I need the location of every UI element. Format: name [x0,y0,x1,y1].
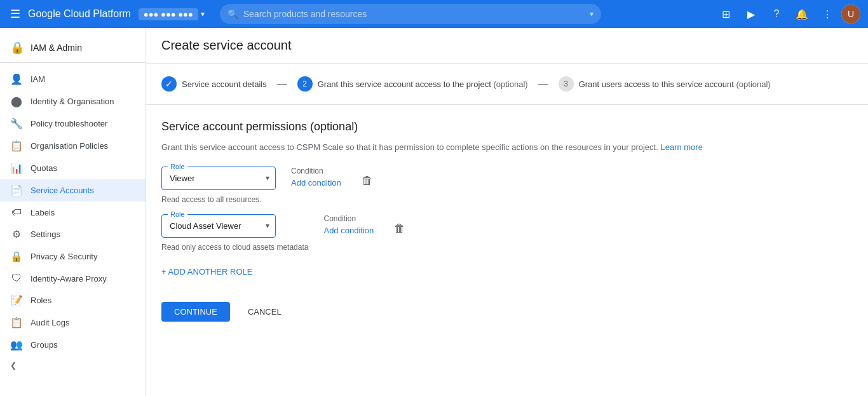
condition-label-2: Condition [323,214,374,223]
privacy-security-icon: 🔒 [10,250,23,263]
sidebar-item-labels[interactable]: 🏷 Labels [0,201,146,223]
audit-logs-icon: 📋 [10,317,23,329]
more-options-icon[interactable]: ⋮ [816,3,839,25]
sidebar-item-label: Identity-Aware Proxy [31,274,107,283]
section-description: Grant this service account access to CSP… [161,141,703,154]
action-buttons: CONTINUE CANCEL [161,302,703,322]
sidebar-header-title: IAM & Admin [31,43,82,53]
step-2-number: 2 [297,76,313,92]
sidebar-item-label: Service Accounts [31,186,94,195]
sidebar-item-service-accounts[interactable]: 📄 Service Accounts [0,179,146,201]
add-condition-link-2[interactable]: Add condition [323,226,374,235]
step-3-label: Grant users access to this service accou… [579,79,771,89]
continue-button[interactable]: CONTINUE [161,302,230,322]
role-field-2: Role Cloud Asset Viewer ▾ [161,214,276,238]
sidebar-item-label: Identity & Organisation [31,97,114,106]
avatar-initials: U [841,4,860,24]
sidebar-item-identity-aware-proxy[interactable]: 🛡 Identity-Aware Proxy [0,268,146,289]
sidebar-item-groups[interactable]: 👥 Groups [0,334,146,356]
user-avatar[interactable]: U [841,4,860,24]
condition-label-1: Condition [291,167,341,175]
sidebar-item-label: Roles [31,296,51,305]
sidebar-item-identity-org[interactable]: ⬤ Identity & Organisation [0,90,146,113]
sidebar-item-org-policies[interactable]: 📋 Organisation Policies [0,135,146,157]
notifications-icon[interactable]: 🔔 [790,3,813,25]
role-hint-2: Read only access to cloud assets metadat… [161,243,308,252]
roles-icon: 📝 [10,294,23,306]
labels-icon: 🏷 [10,207,23,218]
step-1-check-icon: ✓ [165,79,173,89]
groups-icon: 👥 [10,339,23,351]
sidebar-item-label: Audit Logs [31,318,69,327]
role-row-1: Role Viewer ▾ Read access to all resourc… [161,167,703,204]
permissions-section: Service account permissions (optional) G… [146,105,718,337]
project-name: ●●● ●●● ●●● [139,8,198,20]
condition-col-1: Condition Add condition [291,167,341,188]
apps-icon[interactable]: ⊞ [714,3,737,25]
step-1: ✓ Service account details [161,76,267,92]
step-2: 2 Grant this service account access to t… [297,76,528,92]
main-layout: 🔒 IAM & Admin 👤 IAM ⬤ Identity & Organis… [0,28,868,396]
sidebar-item-policy-troubleshooter[interactable]: 🔧 Policy troubleshooter [0,113,146,135]
main-content: Create service account ✓ Service account… [146,28,868,396]
top-navigation: ☰ Google Cloud Platform ●●● ●●● ●●● ▾ 🔍 … [0,0,868,28]
settings-icon: ⚙ [10,228,23,240]
identity-org-icon: ⬤ [10,95,23,107]
role-row-2: Role Cloud Asset Viewer ▾ Read only acce… [161,214,703,252]
learn-more-link[interactable]: Learn more [660,142,702,152]
role-label-1: Role [168,163,187,170]
step-1-number: ✓ [161,76,177,92]
quotas-icon: 📊 [10,162,23,174]
role-field-1: Role Viewer ▾ [161,167,276,190]
role-hint-1: Read access to all resources. [161,195,276,204]
iam-icon: 👤 [10,73,23,85]
help-icon[interactable]: ? [765,3,788,25]
delete-role-button-2[interactable]: 🗑 [389,217,410,240]
add-another-role-button[interactable]: + ADD ANOTHER ROLE [161,262,252,282]
step-1-label: Service account details [182,79,267,89]
search-placeholder: Search products and resources [243,9,590,19]
cancel-button[interactable]: CANCEL [238,302,292,322]
sidebar-item-audit-logs[interactable]: 📋 Audit Logs [0,311,146,334]
service-accounts-icon: 📄 [10,184,23,196]
condition-col-2: Condition Add condition [323,214,374,235]
section-title: Service account permissions (optional) [161,120,703,133]
page-header: Create service account [146,28,868,64]
project-selector[interactable]: ●●● ●●● ●●● ▾ [139,8,205,20]
sidebar-header-icon: 🔒 [10,41,24,55]
sidebar-item-label: Groups [31,340,58,350]
console-icon[interactable]: ▶ [740,3,763,25]
stepper-divider-2: — [536,78,551,90]
sidebar-item-label: Labels [31,208,55,217]
add-condition-link-1[interactable]: Add condition [291,178,341,188]
sidebar-item-settings[interactable]: ⚙ Settings [0,223,146,245]
identity-aware-proxy-icon: 🛡 [10,273,23,284]
sidebar-item-label: IAM [31,74,45,84]
sidebar-header: 🔒 IAM & Admin [0,33,146,63]
stepper-divider-1: — [275,78,290,90]
sidebar-item-roles[interactable]: 📝 Roles [0,289,146,311]
step-3: 3 Grant users access to this service acc… [559,76,771,92]
nav-actions: ⊞ ▶ ? 🔔 ⋮ U [714,3,860,25]
step-2-label: Grant this service account access to the… [318,79,528,89]
sidebar-item-label: Quotas [31,163,57,173]
sidebar: 🔒 IAM & Admin 👤 IAM ⬤ Identity & Organis… [0,28,146,396]
sidebar-item-label: Organisation Policies [31,141,108,151]
hamburger-menu[interactable]: ☰ [8,4,23,24]
sidebar-collapse-button[interactable]: ❮ [0,356,146,375]
sidebar-item-quotas[interactable]: 📊 Quotas [0,157,146,179]
sidebar-item-label: Privacy & Security [31,252,97,261]
stepper: ✓ Service account details — 2 Grant this… [146,64,868,105]
search-bar[interactable]: 🔍 Search products and resources ▾ [220,4,601,24]
delete-role-button-1[interactable]: 🗑 [356,169,378,193]
role-label-2: Role [168,210,187,218]
app-logo: Google Cloud Platform [28,8,131,20]
page-title: Create service account [161,38,292,52]
sidebar-item-privacy-security[interactable]: 🔒 Privacy & Security [0,245,146,268]
policy-troubleshooter-icon: 🔧 [10,118,23,130]
search-arrow-icon: ▾ [590,10,593,18]
sidebar-item-iam[interactable]: 👤 IAM [0,68,146,90]
search-icon: 🔍 [227,9,238,19]
sidebar-item-label: Policy troubleshooter [31,119,107,128]
step-3-number: 3 [559,76,574,92]
